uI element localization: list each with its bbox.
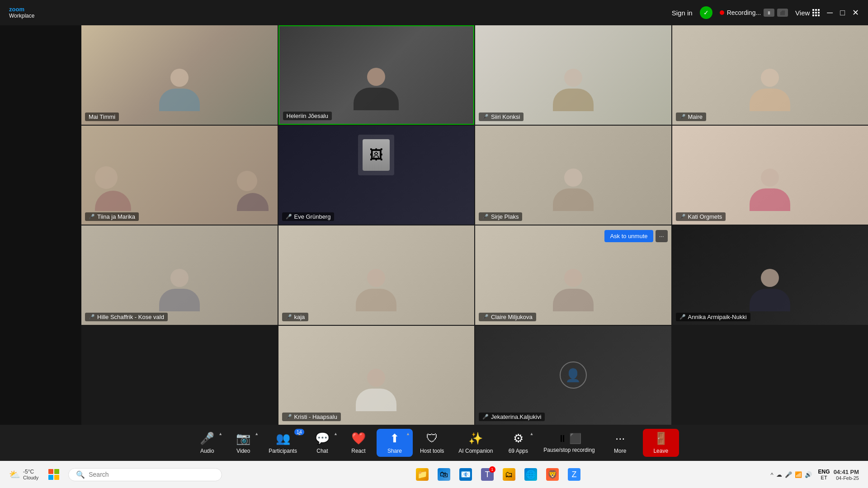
maximize-button[interactable]: □ <box>840 8 845 18</box>
apps-button[interactable]: ⚙ 69 Apps ▲ <box>500 429 536 457</box>
participant-cell-kaja: 🎤 kaja <box>278 225 475 325</box>
chat-arrow-icon: ▲ <box>334 432 338 436</box>
name-text-maire: Maire <box>688 113 703 120</box>
share-button[interactable]: ⬆ Share ▲ <box>377 429 413 457</box>
participants-button[interactable]: 👥 14 Participants ▲ <box>261 429 304 457</box>
chat-button[interactable]: 💬 Chat ▲ <box>304 429 340 457</box>
taskbar-left: ⛅ -5°C Cloudy 🔍 <box>5 465 226 483</box>
more-options-button[interactable]: ··· <box>656 230 668 242</box>
participant-cell-heleriin: Heleriin Jõesalu <box>278 25 475 125</box>
taskbar-edge[interactable]: 🌐 <box>521 465 541 484</box>
apps-icon: ⚙ <box>513 432 524 446</box>
zoom-icon: Z <box>568 468 580 481</box>
taskbar-files[interactable]: 🗂 <box>499 465 519 484</box>
taskbar-outlook[interactable]: 📧 <box>456 465 476 484</box>
pause-stop-recording-button[interactable]: ⏸ ⬛ Pause/stop recording <box>536 430 602 456</box>
participants-icon: 👥 <box>276 432 290 446</box>
zoom-logo-workplace: Workplace <box>9 13 34 19</box>
video-label: Video <box>236 448 250 454</box>
host-tools-button[interactable]: 🛡 Host tools <box>413 429 451 457</box>
outlook-icon: 📧 <box>459 468 472 481</box>
mute-icon-kaja: 🎤 <box>286 314 292 320</box>
ask-to-unmute-button[interactable]: Ask to unmute <box>604 230 653 242</box>
taskbar-brave[interactable]: 🦁 <box>542 465 562 484</box>
name-label-mai: Mai Timmi <box>85 113 119 121</box>
audio-button[interactable]: 🎤 Audio ▲ <box>189 429 225 457</box>
ai-companion-icon: ✨ <box>468 432 483 446</box>
cloud-icon: ☁ <box>776 471 782 478</box>
top-bar: zoom Workplace Sign in ✓ Recording... ⏸ … <box>0 0 868 25</box>
audio-label: Audio <box>200 448 214 454</box>
name-text-jekaterina: Jekaterina.Kaljukivi <box>491 413 541 420</box>
host-tools-icon: 🛡 <box>426 432 438 446</box>
more-button[interactable]: ··· More <box>602 429 638 457</box>
minimize-button[interactable]: ─ <box>827 8 833 18</box>
mute-icon-claire: 🎤 <box>482 314 489 320</box>
taskbar-center: 📁 🛍 📧 T 1 🗂 🌐 🦁 Z <box>412 465 584 484</box>
video-button[interactable]: 📷 Video ▲ <box>225 429 261 457</box>
search-bar[interactable]: 🔍 <box>68 468 222 481</box>
react-button[interactable]: ❤️ React <box>340 429 377 457</box>
participant-cell-empty-1 <box>81 326 278 425</box>
taskbar-ms-store[interactable]: 🛍 <box>434 465 454 484</box>
person-silhouette-heleriin <box>354 68 399 110</box>
start-button[interactable] <box>43 465 65 483</box>
participant-cell-claire: Ask to unmute ··· 🎤 Claire Miljukova <box>475 225 671 325</box>
clock: 04:41 PM 04-Feb-25 <box>834 469 859 481</box>
search-input[interactable] <box>89 471 214 478</box>
microphone-tray-icon: 🎤 <box>785 471 792 478</box>
ai-companion-button[interactable]: ✨ AI Companion <box>451 429 500 457</box>
name-label-jekaterina: 🎤 Jekaterina.Kaljukivi <box>479 413 545 421</box>
name-label-maire: 🎤 Maire <box>676 113 707 121</box>
grid-view-icon <box>812 9 820 16</box>
share-icon: ⬆ <box>390 432 400 446</box>
more-label: More <box>614 448 626 454</box>
chat-label: Chat <box>316 448 328 454</box>
close-button[interactable]: ✕ <box>852 8 859 18</box>
name-text-sirje: Sirje Plaks <box>491 213 519 220</box>
ms-store-icon: 🛍 <box>438 468 450 481</box>
stop-icon: ⬛ <box>569 433 581 445</box>
share-label: Share <box>387 448 402 454</box>
pause-recording-button[interactable]: ⏸ <box>764 9 774 17</box>
person-silhouette-hille <box>159 269 200 311</box>
taskbar-zoom[interactable]: Z <box>564 465 584 484</box>
taskbar-teams[interactable]: T 1 <box>477 465 497 484</box>
video-grid: Mai Timmi Heleriin Jõesalu 🎤 Siiri Konks… <box>81 25 868 425</box>
jekaterina-avatar: 👤 <box>560 361 587 389</box>
person-silhouette-maire <box>750 69 790 111</box>
chevron-up-icon[interactable]: ^ <box>771 471 774 478</box>
participant-cell-kristi: 🎤 Kristi - Haapsalu <box>278 326 475 425</box>
search-icon: 🔍 <box>76 470 85 479</box>
files-icon: 🗂 <box>503 468 515 481</box>
taskbar-file-explorer[interactable]: 📁 <box>412 465 432 484</box>
name-label-annika: 🎤 Annika Armipaik-Nukki <box>676 313 750 321</box>
name-text-hille: Hille Schaffrik - Kose vald <box>97 314 164 320</box>
name-text-mai: Mai Timmi <box>89 113 115 120</box>
participant-cell-tiina: 🎤 Tiina ja Marika <box>81 126 278 225</box>
name-label-claire: 🎤 Claire Miljukova <box>479 313 536 321</box>
participant-cell-empty-2 <box>672 326 868 425</box>
language-indicator: ENG ET <box>818 469 830 480</box>
teams-notification-badge: 1 <box>489 466 495 473</box>
leave-button[interactable]: 🚪 Leave <box>643 429 679 457</box>
mute-icon-eve: 🎤 <box>286 214 292 220</box>
audio-arrow-icon: ▲ <box>218 432 222 436</box>
view-button[interactable]: View <box>795 9 820 17</box>
person-silhouette-claire <box>553 269 594 311</box>
participant-cell-siiri: 🎤 Siiri Konksi <box>475 25 671 125</box>
stop-recording-button[interactable]: ⬛ <box>777 9 788 17</box>
name-label-sirje: 🎤 Sirje Plaks <box>479 212 522 221</box>
taskbar: ⛅ -5°C Cloudy 🔍 📁 🛍 <box>0 461 868 488</box>
name-text-eve: Eve Grünberg <box>294 213 331 220</box>
mute-icon-siiri: 🎤 <box>482 114 489 120</box>
name-label-hille: 🎤 Hille Schaffrik - Kose vald <box>85 313 168 321</box>
toolbar: 🎤 Audio ▲ 📷 Video ▲ 👥 14 Participants ▲ … <box>0 425 868 461</box>
weather-icon: ⛅ <box>9 469 20 480</box>
name-text-claire: Claire Miljukova <box>491 314 533 320</box>
name-label-heleriin: Heleriin Jõesalu <box>283 112 332 120</box>
security-shield-icon[interactable]: ✓ <box>700 6 712 19</box>
leave-icon: 🚪 <box>654 432 668 446</box>
sign-in-button[interactable]: Sign in <box>672 9 693 17</box>
mute-icon-kati: 🎤 <box>679 214 686 220</box>
